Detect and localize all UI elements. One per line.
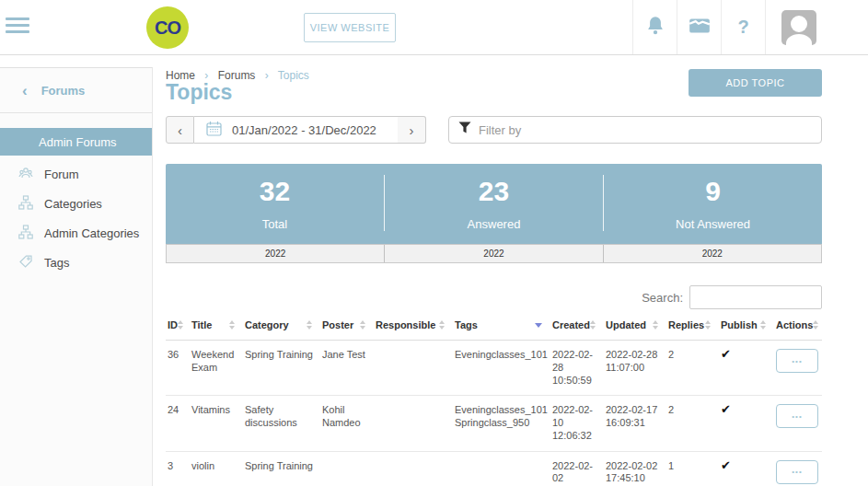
help-button[interactable]: ? bbox=[721, 0, 765, 54]
date-next-button[interactable]: › bbox=[398, 116, 426, 144]
cell-created: 2022-02-28 10:50:59 bbox=[550, 341, 604, 396]
cell-title: Weekend Exam bbox=[190, 341, 243, 396]
sort-icon[interactable] bbox=[760, 320, 766, 330]
col-header-title[interactable]: Title bbox=[190, 316, 243, 341]
date-range-picker: ‹ 01/Jan/2022 - 31/Dec/2022 › bbox=[166, 116, 426, 144]
search-label: Search: bbox=[642, 291, 683, 305]
cell-poster bbox=[320, 451, 374, 486]
sidebar: ‹ Forums Admin Forums Forum bbox=[0, 67, 153, 486]
cell-actions: ••• bbox=[774, 451, 822, 486]
stat-not-answered-year: 2022 bbox=[603, 245, 821, 262]
row-actions-button[interactable]: ••• bbox=[776, 404, 818, 428]
date-range-value[interactable]: 01/Jan/2022 - 31/Dec/2022 bbox=[194, 116, 398, 144]
sort-icon[interactable] bbox=[705, 320, 711, 330]
inbox-icon bbox=[688, 17, 712, 39]
publish-check-icon: ✔ bbox=[719, 341, 774, 396]
bell-icon bbox=[645, 15, 665, 40]
stat-not-answered-label: Not Answered bbox=[604, 217, 822, 231]
inbox-button[interactable] bbox=[677, 0, 721, 54]
stat-not-answered-value: 9 bbox=[604, 175, 822, 208]
controls-row: ‹ 01/Jan/2022 - 31/Dec/2022 › bbox=[166, 116, 822, 144]
topics-table: ID Title Category Poster Responsible Tag… bbox=[166, 316, 822, 486]
stats-bar: 32 Total 23 Answered 9 Not Answered 2022… bbox=[166, 164, 822, 263]
cell-title: Vitamins bbox=[190, 396, 243, 451]
sort-icon[interactable] bbox=[590, 320, 596, 330]
cell-tags bbox=[453, 451, 550, 486]
col-header-actions[interactable]: Actions bbox=[774, 316, 822, 341]
breadcrumb-topics: Topics bbox=[278, 69, 309, 82]
sort-icon[interactable] bbox=[307, 320, 312, 330]
publish-check-icon: ✔ bbox=[719, 396, 774, 451]
hamburger-menu-icon[interactable] bbox=[6, 17, 29, 37]
cell-category: Spring Training bbox=[243, 341, 320, 396]
chevron-left-icon: ‹ bbox=[22, 83, 28, 98]
sidebar-item-label: Admin Categories bbox=[44, 226, 139, 240]
cell-title: violin bbox=[190, 451, 243, 486]
cell-actions: ••• bbox=[774, 396, 822, 451]
search-input[interactable] bbox=[689, 285, 822, 309]
cell-replies: 2 bbox=[666, 341, 719, 396]
col-header-updated[interactable]: Updated bbox=[604, 316, 666, 341]
cell-id: 24 bbox=[166, 396, 190, 451]
forum-icon bbox=[18, 166, 33, 183]
add-topic-button[interactable]: ADD TOPIC bbox=[689, 69, 822, 97]
sort-icon[interactable] bbox=[229, 320, 235, 330]
cell-tags: Eveningclasses_101 Springclass_950 bbox=[453, 396, 550, 451]
sort-icon[interactable] bbox=[360, 320, 365, 330]
sidebar-item-label: Categories bbox=[44, 197, 102, 211]
user-avatar[interactable] bbox=[765, 0, 868, 54]
stat-not-answered: 9 Not Answered bbox=[603, 175, 822, 231]
sort-desc-active-icon[interactable] bbox=[535, 323, 542, 328]
row-actions-button[interactable]: ••• bbox=[776, 349, 818, 373]
sidebar-back-label: Forums bbox=[41, 84, 86, 98]
table-header-row: ID Title Category Poster Responsible Tag… bbox=[166, 316, 822, 341]
col-header-publish[interactable]: Publish bbox=[719, 316, 774, 341]
sidebar-item-tags[interactable]: Tags bbox=[0, 248, 152, 277]
cell-updated: 2022-02-02 17:45:10 bbox=[604, 451, 666, 486]
sidebar-item-forum[interactable]: Forum bbox=[0, 159, 152, 189]
sidebar-item-label: Tags bbox=[44, 256, 69, 270]
sidebar-back[interactable]: ‹ Forums bbox=[0, 68, 152, 113]
col-header-poster[interactable]: Poster bbox=[320, 316, 374, 341]
cell-updated: 2022-02-17 16:09:31 bbox=[604, 396, 666, 451]
col-header-created[interactable]: Created bbox=[550, 316, 604, 341]
sort-icon[interactable] bbox=[813, 320, 818, 330]
sidebar-item-categories[interactable]: Categories bbox=[0, 189, 152, 218]
table-row: 24 Vitamins Safety discussions Kohil Nam… bbox=[166, 396, 822, 451]
date-prev-button[interactable]: ‹ bbox=[166, 116, 194, 144]
stat-answered-label: Answered bbox=[385, 217, 603, 231]
sort-icon[interactable] bbox=[178, 320, 183, 330]
sitemap-icon bbox=[18, 195, 33, 213]
logo-text: CO bbox=[155, 17, 180, 39]
tag-icon bbox=[18, 254, 33, 272]
col-header-replies[interactable]: Replies bbox=[666, 316, 719, 341]
sort-icon[interactable] bbox=[439, 320, 445, 330]
date-range-text: 01/Jan/2022 - 31/Dec/2022 bbox=[232, 123, 376, 137]
col-header-tags[interactable]: Tags bbox=[453, 316, 550, 341]
sitemap-icon bbox=[18, 225, 33, 242]
cell-responsible bbox=[374, 341, 453, 396]
stat-total-value: 32 bbox=[166, 175, 384, 208]
app-logo[interactable]: CO bbox=[146, 6, 189, 49]
stat-answered-value: 23 bbox=[385, 175, 603, 208]
sidebar-item-admin-forums[interactable]: Admin Forums bbox=[0, 128, 152, 156]
sidebar-item-admin-categories[interactable]: Admin Categories bbox=[0, 218, 152, 248]
cell-replies: 1 bbox=[666, 451, 719, 486]
cell-id: 3 bbox=[166, 451, 190, 486]
sidebar-item-label: Admin Forums bbox=[39, 135, 117, 149]
row-actions-button[interactable]: ••• bbox=[776, 460, 818, 484]
cell-category: Spring Training bbox=[243, 451, 320, 486]
col-header-category[interactable]: Category bbox=[243, 316, 320, 341]
cell-poster: Kohil Namdeo bbox=[320, 396, 374, 451]
filter-input[interactable] bbox=[479, 123, 812, 137]
help-icon: ? bbox=[737, 17, 748, 38]
calendar-icon bbox=[206, 121, 222, 140]
stat-total-year: 2022 bbox=[167, 245, 384, 262]
table-row: 3 violin Spring Training 2022-02-02 11:3… bbox=[166, 451, 822, 486]
sort-icon[interactable] bbox=[653, 320, 658, 330]
col-header-responsible[interactable]: Responsible bbox=[374, 316, 453, 341]
view-website-button[interactable]: VIEW WEBSITE bbox=[304, 13, 396, 42]
notifications-button[interactable] bbox=[632, 0, 677, 54]
cell-id: 36 bbox=[166, 341, 190, 396]
col-header-id[interactable]: ID bbox=[166, 316, 190, 341]
